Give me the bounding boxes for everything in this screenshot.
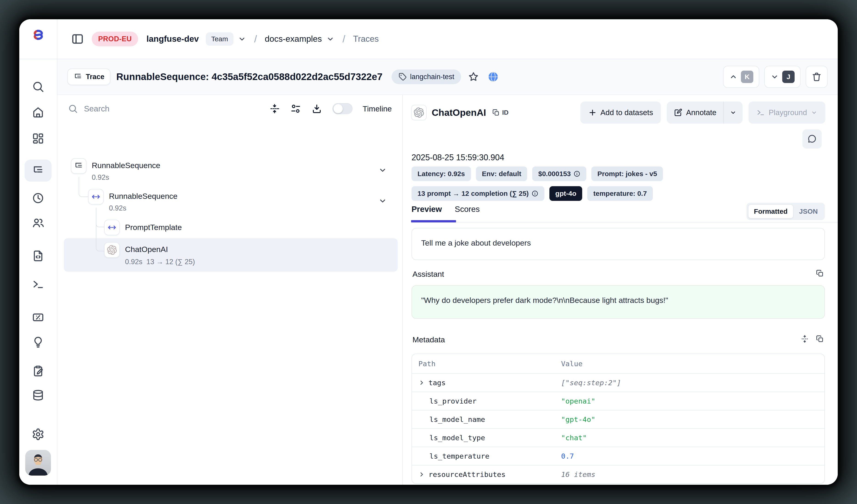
tree-node-name[interactable]: RunnableSequence [92, 161, 160, 170]
breadcrumb-org[interactable]: langfuse-dev [146, 34, 199, 44]
tree-settings-sliders-icon[interactable] [290, 103, 301, 114]
assistant-message-card: "Why do developers prefer dark mode?\n\n… [411, 285, 825, 319]
sidebar-toggle-icon[interactable] [70, 32, 85, 46]
observation-timestamp: 2025-08-25 15:59:30.904 [411, 153, 504, 162]
tab-preview[interactable]: Preview [411, 205, 442, 220]
annotate-split-button: Annotate [667, 102, 742, 124]
org-plan-badge: Team [206, 32, 234, 46]
chevron-right-icon[interactable] [418, 471, 425, 478]
latency-badge: Latency: 0.92s [411, 167, 471, 181]
trace-title-bar: Trace RunnableSequence: 4c35a5f52ca0588d… [57, 59, 838, 95]
search-icon[interactable] [24, 76, 52, 98]
cost-label: $0.000153 [538, 170, 571, 178]
list-tree-icon [73, 72, 83, 82]
trace-title: RunnableSequence: 4c35a5f52ca0588d022d2a… [116, 71, 382, 82]
trash-icon [811, 72, 822, 82]
search-icon [68, 104, 78, 114]
environment-badge[interactable]: PROD-EU [92, 32, 138, 46]
prompt-badge[interactable]: Prompt: jokes - v5 [591, 167, 663, 181]
assistant-message-text: "Why do developers prefer dark mode?\n\n… [421, 296, 668, 305]
main-content: Timeline RunnableSequence 0.92s [57, 95, 838, 485]
expand-vertical-icon[interactable] [801, 335, 809, 343]
tree-node-name[interactable]: ChatOpenAI [125, 245, 168, 254]
metadata-key: ls_provider [412, 397, 561, 405]
public-globe-icon[interactable] [486, 69, 501, 84]
tab-scores[interactable]: Scores [455, 205, 480, 220]
metadata-key: resourceAttributes [428, 470, 506, 479]
playground-terminal-icon[interactable] [24, 273, 52, 295]
breadcrumb-project[interactable]: docs-examples [265, 34, 322, 44]
annotate-button[interactable]: Annotate [667, 102, 723, 124]
chevron-right-icon[interactable] [418, 379, 425, 386]
comments-button[interactable] [802, 129, 822, 149]
copy-icon[interactable] [816, 335, 824, 343]
prompt-label: Prompt: jokes - v5 [597, 170, 657, 178]
metadata-row[interactable]: tags ["seq:step:2"] [412, 373, 824, 392]
chevron-down-icon [811, 109, 818, 116]
metadata-value: "gpt-4o" [561, 415, 824, 423]
metadata-key: tags [428, 379, 446, 387]
add-to-datasets-button[interactable]: Add to datasets [581, 102, 661, 124]
token-usage-label: 13 prompt → 12 completion (∑ 25) [418, 190, 529, 197]
duration: 0.92s [125, 258, 142, 266]
span-type-icon [88, 189, 104, 205]
chevron-down-icon[interactable] [378, 166, 387, 175]
settings-gear-icon[interactable] [24, 423, 52, 445]
playground-button[interactable]: Playground [749, 102, 825, 124]
tree-node-name[interactable]: PromptTemplate [125, 223, 182, 232]
format-option-formatted[interactable]: Formatted [748, 204, 794, 219]
breadcrumb-page[interactable]: Traces [353, 34, 379, 44]
add-to-datasets-label: Add to datasets [601, 108, 653, 117]
divider [411, 222, 838, 222]
download-icon[interactable] [311, 103, 322, 114]
format-option-json[interactable]: JSON [793, 205, 823, 218]
sessions-clock-icon[interactable] [24, 187, 52, 209]
annotate-dropdown-chevron-icon[interactable] [724, 102, 742, 124]
tree-toolbar: Timeline [57, 95, 402, 122]
home-icon[interactable] [24, 101, 52, 123]
prompts-file-code-icon[interactable] [24, 245, 52, 267]
latency-label: Latency: 0.92s [418, 170, 465, 178]
previous-trace-button[interactable]: K [723, 66, 759, 88]
cost-badge[interactable]: $0.000153 [532, 167, 586, 181]
span-type-icon [104, 220, 120, 235]
tag-icon [399, 73, 407, 81]
desktop-background: PROD-EU langfuse-dev Team / docs-example… [0, 0, 857, 504]
copy-id-button[interactable]: ID [492, 109, 508, 117]
metadata-row: ls_model_name "gpt-4o" [412, 410, 824, 428]
breadcrumb-separator: / [341, 33, 346, 45]
org-switcher-chevron-down-icon[interactable] [238, 35, 246, 44]
next-trace-button[interactable]: J [764, 66, 801, 88]
timeline-toggle[interactable] [332, 103, 353, 114]
openai-span-icon [104, 242, 120, 258]
evaluation-percent-icon[interactable] [24, 306, 52, 328]
metadata-table: Path Value tags ["seq:step:2"] ls_provid… [411, 353, 825, 484]
annotation-clipboard-pen-icon[interactable] [24, 360, 52, 382]
assistant-section-label: Assistant [413, 270, 444, 279]
column-value: Value [561, 360, 824, 368]
metadata-row: ls_model_type "chat" [412, 428, 824, 447]
avatar[interactable] [25, 450, 51, 475]
openai-span-icon [411, 105, 427, 120]
langfuse-logo-icon[interactable] [31, 29, 46, 41]
datasets-database-icon[interactable] [24, 384, 52, 406]
project-switcher-chevron-down-icon[interactable] [326, 35, 335, 44]
tree-node-name[interactable]: RunnableSequence [109, 192, 178, 201]
terminal-icon [756, 108, 765, 117]
metadata-key: ls_model_type [412, 434, 561, 442]
dashboard-icon[interactable] [24, 127, 52, 150]
trace-tag-chip[interactable]: langchain-test [391, 69, 461, 84]
tree-node-duration: 0.92s 13 → 12 (∑ 25) [125, 258, 195, 266]
bookmark-star-icon[interactable] [466, 69, 481, 84]
delete-trace-button[interactable] [806, 66, 828, 88]
tree-search-input[interactable] [84, 104, 263, 113]
copy-icon[interactable] [816, 269, 824, 277]
chevron-down-icon[interactable] [378, 196, 387, 206]
insights-lightbulb-icon[interactable] [24, 331, 52, 353]
metadata-row[interactable]: resourceAttributes 16 items [412, 465, 824, 483]
token-usage-badge[interactable]: 13 prompt → 12 completion (∑ 25) [411, 186, 544, 201]
sidebar-item-tracing[interactable] [24, 160, 52, 181]
users-icon[interactable] [24, 212, 52, 234]
model-badge[interactable]: gpt-4o [549, 186, 583, 201]
collapse-all-icon[interactable] [269, 103, 280, 114]
